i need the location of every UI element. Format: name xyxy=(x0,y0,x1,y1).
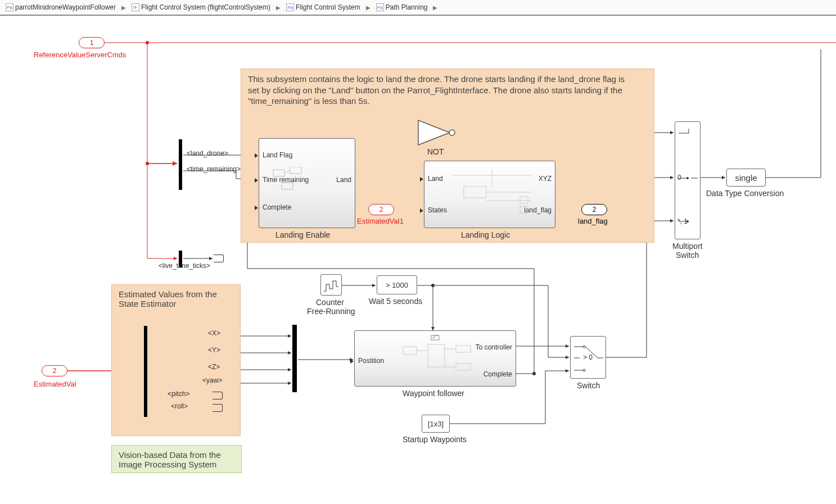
counter-title1: Counter xyxy=(316,298,344,307)
svg-point-68 xyxy=(686,177,689,179)
signal-z: <Z> xyxy=(208,363,220,371)
terminator-roll[interactable] xyxy=(213,404,223,412)
chevron-right-icon: ▶ xyxy=(432,4,439,11)
startup-title: Startup Waypoints xyxy=(403,435,467,444)
svg-rect-52 xyxy=(290,167,301,174)
not-block[interactable] xyxy=(417,119,458,148)
svg-rect-78 xyxy=(456,364,471,370)
vision-annotation-text: Vision-based Data from the Image Process… xyxy=(119,450,234,469)
chevron-right-icon: ▶ xyxy=(365,4,372,11)
port-ll-land: Land xyxy=(428,175,443,183)
multiport-title2: Switch xyxy=(676,251,699,260)
estimated-values-annotation: Estimated Values from the State Estimato… xyxy=(111,284,241,436)
landing-annotation-text: This subsystem contains the logic to lan… xyxy=(248,74,636,107)
svg-rect-75 xyxy=(403,347,417,355)
svg-point-69 xyxy=(686,220,689,223)
port-to-controller: To controller xyxy=(476,343,512,351)
outport-land-flag[interactable]: 2 xyxy=(581,204,607,215)
svg-point-43 xyxy=(532,372,536,375)
wait5-text: > 1000 xyxy=(386,281,408,289)
port-position: Postition xyxy=(358,357,384,365)
data-type-conversion-title: Data Type Conversion xyxy=(706,189,784,198)
signal-y: <Y> xyxy=(208,346,220,354)
breadcrumb-item-path-planning[interactable]: Pa Path Planning xyxy=(374,2,430,12)
mux-block[interactable] xyxy=(292,325,297,392)
outport-land-flag-label: land_flag xyxy=(578,217,608,225)
svg-point-37 xyxy=(431,284,435,287)
breadcrumb-item-fcs[interactable]: Pa Flight Control System xyxy=(284,2,363,12)
inport-2[interactable]: 2 xyxy=(42,365,67,376)
breadcrumb: Pa parrotMinidroneWaypointFollower ▶ ⟳ F… xyxy=(0,0,836,16)
counter-free-running-block[interactable] xyxy=(320,274,342,296)
svg-point-83 xyxy=(583,346,585,348)
signal-pitch: <pitch> xyxy=(168,390,189,398)
signal-yaw: <yaw> xyxy=(202,376,222,384)
svg-rect-62 xyxy=(520,206,528,213)
signal-roll: <roll> xyxy=(171,402,188,410)
inport-estimatedval1[interactable]: 2 xyxy=(368,204,394,215)
port-land: Land xyxy=(336,176,351,184)
vision-annotation: Vision-based Data from the Image Process… xyxy=(111,445,242,473)
svg-marker-55 xyxy=(418,120,450,145)
port-complete-out: Complete xyxy=(483,370,512,378)
inport-1-label: ReferenceValueServerCmds xyxy=(34,51,126,59)
svg-point-85 xyxy=(583,369,585,371)
svg-rect-51 xyxy=(273,170,284,176)
svg-rect-77 xyxy=(456,346,471,352)
svg-rect-53 xyxy=(282,183,293,189)
signal-x: <X> xyxy=(208,329,220,337)
svg-line-54 xyxy=(284,170,290,173)
wait-5-seconds-block[interactable]: > 1000 xyxy=(377,275,417,294)
switch-cond: > 0 xyxy=(583,353,593,361)
model-icon: Pa xyxy=(6,3,13,11)
landing-logic-title: Landing Logic xyxy=(461,230,510,239)
port-complete: Complete xyxy=(263,203,291,211)
diagram-canvas[interactable]: 1 ReferenceValueServerCmds 2 EstimatedVa… xyxy=(0,16,836,504)
bus-selector-3[interactable] xyxy=(144,326,147,417)
inport-1-num: 1 xyxy=(90,39,94,47)
single-text: single xyxy=(735,173,757,183)
signal-live-time-ticks: <live_time_ticks> xyxy=(159,262,210,270)
multiport-title1: Multiport xyxy=(672,242,703,251)
breadcrumb-label: Flight Control System xyxy=(296,3,360,11)
svg-point-2 xyxy=(146,41,149,44)
svg-point-4 xyxy=(146,162,149,165)
waypoint-title: Waypoint follower xyxy=(403,389,464,398)
model-icon: Pa xyxy=(286,3,294,11)
breadcrumb-label: Flight Control System (flightControlSyst… xyxy=(141,3,270,11)
inport-1[interactable]: 1 xyxy=(79,37,105,48)
inport-estimatedval1-num: 2 xyxy=(379,206,383,214)
outport-land-flag-num: 2 xyxy=(593,206,597,214)
counter-title2: Free-Running xyxy=(307,307,355,316)
inport-2-label: EstimatedVal xyxy=(34,380,76,388)
multiport-switch-block[interactable]: 0 *, 1 xyxy=(675,121,701,239)
data-type-conversion-block[interactable]: single xyxy=(726,169,766,187)
port-ll-xyz: XYZ xyxy=(539,175,552,183)
terminator-pitch[interactable] xyxy=(213,392,223,399)
breadcrumb-item-fcs-ref[interactable]: ⟳ Flight Control System (flightControlSy… xyxy=(129,2,273,12)
terminator-1[interactable] xyxy=(214,255,224,262)
port-ll-states: States xyxy=(428,206,447,214)
svg-rect-61 xyxy=(520,197,528,203)
inport-2-num: 2 xyxy=(53,367,57,375)
signal-time-remaining: <time_remaining> xyxy=(187,165,241,173)
switch-block[interactable]: > 0 xyxy=(570,336,606,379)
startup-waypoints-block[interactable]: [1x3] xyxy=(422,415,450,433)
switch-title: Switch xyxy=(577,381,600,390)
waypoint-follower-block[interactable]: Postition To controller Complete xyxy=(354,330,516,387)
chevron-right-icon: ▶ xyxy=(275,4,282,11)
bus-selector-1[interactable] xyxy=(179,139,182,190)
startup-text: [1x3] xyxy=(428,420,444,428)
svg-rect-57 xyxy=(464,187,486,198)
model-ref-icon: ⟳ xyxy=(132,3,139,11)
breadcrumb-label: Path Planning xyxy=(386,3,428,11)
breadcrumb-label: parrotMinidroneWaypointFollower xyxy=(15,3,116,11)
not-label: NOT xyxy=(427,147,444,156)
signal-land-drone: <land_drone> xyxy=(187,149,228,157)
landing-logic-block[interactable]: Land States XYZ land_flag xyxy=(424,161,555,228)
breadcrumb-item-root[interactable]: Pa parrotMinidroneWaypointFollower xyxy=(3,2,118,12)
landing-enable-block[interactable]: Land Flag Time remaining Complete Land xyxy=(259,138,355,228)
model-icon: Pa xyxy=(376,3,384,11)
svg-point-56 xyxy=(449,130,455,135)
estimated-values-text: Estimated Values from the State Estimato… xyxy=(119,289,233,308)
